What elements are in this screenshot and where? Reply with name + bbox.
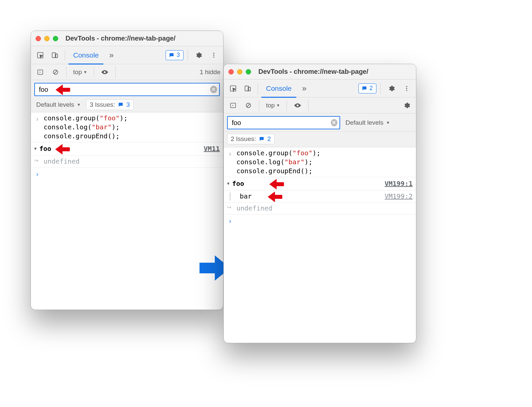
annotation-arrow-icon (56, 85, 71, 93)
chat-icon (361, 85, 367, 91)
return-arrow-icon (34, 157, 40, 166)
console-prompt-row[interactable]: › (31, 168, 223, 180)
minimize-window-button[interactable] (237, 69, 242, 74)
live-expression-eye-icon[interactable] (291, 99, 304, 112)
live-expression-eye-icon[interactable] (98, 66, 111, 79)
console-group-header[interactable]: ▼ foo VM11 (31, 142, 223, 156)
tab-console[interactable]: Console (261, 80, 296, 98)
clear-filter-icon[interactable]: ✕ (331, 119, 337, 126)
child-label: bar (240, 192, 252, 201)
tabs-bar: Console » 2 (224, 79, 416, 97)
chevron-down-icon: ▼ (77, 102, 81, 107)
context-selector[interactable]: top ▼ (263, 101, 283, 110)
chat-icon (169, 52, 175, 58)
prompt-chevron-icon: › (227, 216, 233, 225)
issues-prefix: 2 Issues: (231, 135, 256, 143)
issues-count: 3 (126, 101, 130, 108)
context-selector[interactable]: top ▼ (70, 68, 90, 76)
disclosure-triangle-icon[interactable]: ▼ (227, 181, 229, 186)
console-input-row[interactable]: › console.group("foo"); console.log("bar… (224, 147, 416, 177)
source-link[interactable]: VM199:2 (385, 192, 413, 201)
separator (380, 83, 381, 94)
console-toolbar: top ▼ 1 hidde (31, 64, 223, 80)
source-link[interactable]: VM199:1 (385, 179, 413, 188)
traffic-lights (228, 69, 251, 74)
console-input-row[interactable]: › console.group("foo"); console.log("bar… (31, 112, 223, 142)
console-group-header[interactable]: ▼ foo VM199:1 (224, 177, 416, 191)
issues-row: 2 Issues: 2 (224, 132, 416, 147)
log-levels-selector[interactable]: Default levels ▼ (34, 100, 83, 110)
more-menu-icon[interactable] (207, 49, 220, 62)
minimize-window-button[interactable] (44, 36, 50, 41)
badge-count: 3 (177, 52, 180, 59)
console-result-row: undefined (31, 156, 223, 168)
svg-point-4 (213, 55, 214, 56)
clear-console-icon[interactable] (242, 99, 255, 112)
empty-input[interactable] (44, 169, 220, 179)
issues-count: 2 (267, 135, 271, 143)
undefined-value: undefined (44, 157, 79, 166)
more-tabs-chevron-icon[interactable]: » (105, 49, 118, 62)
badge-count: 2 (369, 85, 373, 92)
prompt-chevron-icon: › (34, 169, 40, 179)
group-label: foo (39, 144, 51, 153)
console-prompt-row[interactable]: › (224, 214, 416, 227)
filter-input[interactable] (231, 119, 329, 127)
console-code: console.group("foo"); console.log("bar")… (236, 149, 413, 176)
window-title: DevTools - chrome://new-tab-page/ (66, 35, 176, 42)
chevron-down-icon: ▼ (276, 103, 280, 108)
chevron-down-icon: ▼ (386, 120, 390, 125)
issues-badge[interactable]: 3 (166, 50, 184, 60)
clear-filter-icon[interactable]: ✕ (210, 86, 217, 93)
context-label: top (266, 102, 275, 109)
show-console-sidebar-icon[interactable] (34, 66, 47, 79)
console-body: › console.group("foo"); console.log("bar… (31, 112, 223, 180)
console-code: console.group("foo"); console.log("bar")… (44, 114, 220, 141)
console-body: › console.group("foo"); console.log("bar… (224, 147, 416, 227)
filter-row: ✕ Default levels ▼ (224, 113, 416, 132)
device-toolbar-icon[interactable] (241, 82, 254, 95)
svg-point-3 (213, 53, 214, 54)
disclosure-triangle-icon[interactable]: ▼ (34, 146, 37, 151)
issues-chip[interactable]: 3 Issues: 3 (86, 99, 134, 110)
svg-point-11 (406, 86, 407, 87)
source-link[interactable]: VM11 (204, 144, 220, 153)
window-title: DevTools - chrome://new-tab-page/ (258, 68, 368, 75)
zoom-window-button[interactable] (53, 36, 58, 41)
inspect-element-icon[interactable] (34, 49, 47, 62)
empty-input[interactable] (236, 216, 413, 225)
issues-chip[interactable]: 2 Issues: 2 (227, 134, 275, 144)
log-levels-selector[interactable]: Default levels ▼ (343, 118, 392, 128)
console-result-row: undefined (224, 203, 416, 214)
svg-point-5 (213, 57, 214, 58)
prompt-chevron-icon: › (227, 149, 233, 176)
settings-gear-icon[interactable] (385, 82, 398, 95)
close-window-button[interactable] (228, 69, 234, 74)
inspect-element-icon[interactable] (226, 82, 240, 95)
more-tabs-chevron-icon[interactable]: » (298, 82, 311, 95)
tab-console[interactable]: Console (68, 47, 103, 65)
chat-icon (118, 102, 124, 108)
annotation-arrow-icon (268, 193, 283, 201)
console-settings-gear-icon[interactable] (400, 99, 413, 112)
titlebar: DevTools - chrome://new-tab-page/ (31, 31, 223, 46)
zoom-window-button[interactable] (246, 69, 251, 74)
undefined-value: undefined (236, 204, 272, 213)
filter-input-wrap: ✕ (227, 116, 340, 129)
separator (308, 100, 309, 111)
group-label: foo (232, 179, 244, 188)
issues-badge[interactable]: 2 (358, 83, 376, 93)
more-menu-icon[interactable] (400, 82, 413, 95)
separator (258, 83, 258, 94)
close-window-button[interactable] (36, 36, 41, 41)
device-toolbar-icon[interactable] (48, 49, 62, 62)
separator (65, 50, 65, 61)
console-toolbar: top ▼ (224, 97, 416, 113)
chevron-down-icon: ▼ (83, 70, 87, 74)
filter-input-wrap: ✕ (34, 83, 220, 96)
svg-point-12 (406, 88, 407, 89)
settings-gear-icon[interactable] (192, 49, 205, 62)
clear-console-icon[interactable] (49, 66, 62, 79)
context-label: top (73, 68, 82, 76)
show-console-sidebar-icon[interactable] (226, 99, 240, 112)
